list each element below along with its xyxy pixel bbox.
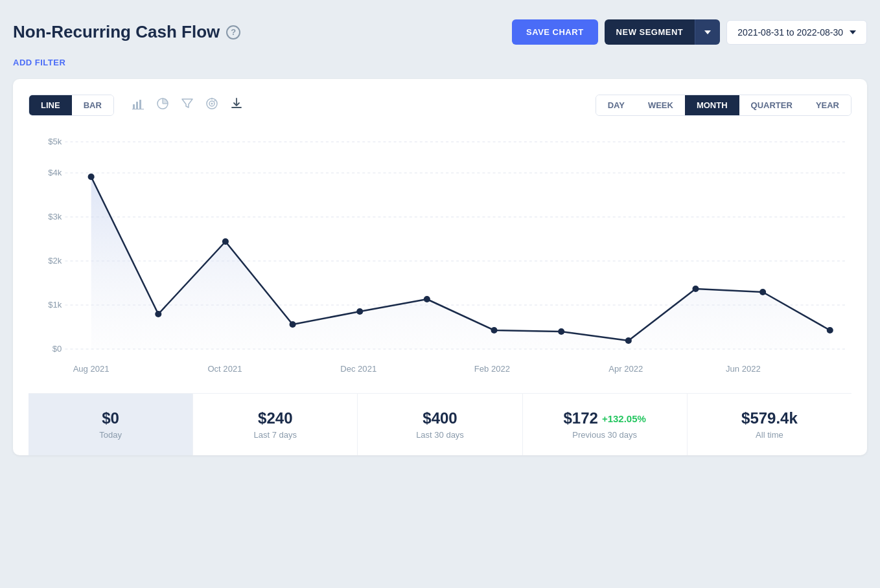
svg-point-9 bbox=[211, 103, 213, 105]
svg-text:$0: $0 bbox=[52, 344, 62, 354]
data-point bbox=[759, 289, 766, 295]
toolbar-left: LINE BAR bbox=[29, 95, 244, 116]
header: Non-Recurring Cash Flow ? SAVE CHART NEW… bbox=[13, 13, 867, 58]
stat-prev-30-change: +132.05% bbox=[602, 413, 646, 424]
funnel-icon[interactable] bbox=[180, 96, 194, 114]
date-range-text: 2021-08-31 to 2022-08-30 bbox=[737, 27, 843, 38]
chart-toolbar: LINE BAR bbox=[29, 95, 851, 116]
data-point bbox=[692, 286, 699, 292]
new-segment-group: NEW SEGMENT bbox=[605, 19, 721, 45]
stat-last-30-label: Last 30 days bbox=[371, 430, 509, 440]
header-right: SAVE CHART NEW SEGMENT 2021-08-31 to 202… bbox=[512, 19, 867, 45]
header-left: Non-Recurring Cash Flow ? bbox=[13, 22, 240, 42]
data-point bbox=[558, 328, 564, 335]
stats-row: $0 Today $240 Last 7 days $400 Last 30 d… bbox=[29, 393, 851, 455]
chart-type-group: LINE BAR bbox=[29, 95, 114, 116]
page-title: Non-Recurring Cash Flow bbox=[13, 22, 220, 42]
period-day-button[interactable]: DAY bbox=[596, 95, 636, 115]
svg-text:Oct 2021: Oct 2021 bbox=[207, 364, 242, 374]
svg-text:Feb 2022: Feb 2022 bbox=[474, 364, 510, 374]
download-icon[interactable] bbox=[229, 96, 244, 114]
period-week-button[interactable]: WEEK bbox=[636, 95, 685, 115]
svg-rect-2 bbox=[139, 100, 141, 109]
svg-text:Jun 2022: Jun 2022 bbox=[726, 364, 761, 374]
data-point bbox=[155, 311, 161, 317]
svg-text:$4k: $4k bbox=[48, 168, 62, 177]
page-container: Non-Recurring Cash Flow ? SAVE CHART NEW… bbox=[13, 13, 867, 455]
data-point bbox=[222, 238, 229, 245]
data-point bbox=[625, 337, 632, 344]
svg-rect-1 bbox=[136, 102, 138, 109]
svg-text:Dec 2021: Dec 2021 bbox=[340, 364, 376, 374]
stat-last-7-days: $240 Last 7 days bbox=[193, 394, 358, 455]
date-range-picker[interactable]: 2021-08-31 to 2022-08-30 bbox=[726, 20, 867, 45]
period-quarter-button[interactable]: QUARTER bbox=[739, 95, 804, 115]
add-filter-button[interactable]: ADD FILTER bbox=[13, 58, 867, 67]
bar-chart-icon[interactable] bbox=[131, 96, 145, 114]
svg-text:$1k: $1k bbox=[48, 300, 62, 310]
chart-type-line-button[interactable]: LINE bbox=[29, 95, 72, 115]
svg-text:$5k: $5k bbox=[48, 137, 62, 146]
data-point bbox=[827, 327, 833, 334]
stat-all-time-label: All time bbox=[701, 430, 839, 440]
period-year-button[interactable]: YEAR bbox=[804, 95, 851, 115]
svg-marker-30 bbox=[91, 177, 830, 349]
chevron-down-icon bbox=[704, 30, 711, 34]
target-icon[interactable] bbox=[205, 96, 219, 114]
date-chevron-icon bbox=[850, 30, 856, 34]
svg-text:Aug 2021: Aug 2021 bbox=[73, 364, 110, 374]
toolbar-icons bbox=[131, 96, 244, 114]
data-point bbox=[424, 296, 430, 302]
stat-today: $0 Today bbox=[29, 394, 193, 455]
new-segment-button[interactable]: NEW SEGMENT bbox=[605, 19, 695, 45]
svg-rect-0 bbox=[133, 104, 135, 109]
data-point bbox=[356, 308, 363, 315]
pie-chart-icon[interactable] bbox=[156, 96, 170, 114]
stat-all-time: $579.4k All time bbox=[688, 394, 851, 455]
stat-prev-30-value: $172 +132.05% bbox=[536, 409, 674, 427]
stat-last-30-value: $400 bbox=[371, 409, 509, 427]
chart-type-bar-button[interactable]: BAR bbox=[72, 95, 113, 115]
chart-svg: $5k $4k $3k $2k $1k $0 Aug 2021 Oct 2021… bbox=[26, 129, 854, 388]
stat-last-7-value: $240 bbox=[206, 409, 344, 427]
data-point bbox=[88, 174, 95, 180]
stat-today-value: $0 bbox=[41, 409, 179, 427]
svg-text:Apr 2022: Apr 2022 bbox=[608, 364, 643, 374]
data-point bbox=[491, 327, 497, 334]
help-icon[interactable]: ? bbox=[226, 25, 240, 40]
period-group: DAY WEEK MONTH QUARTER YEAR bbox=[596, 95, 851, 116]
chart-area: $5k $4k $3k $2k $1k $0 Aug 2021 Oct 2021… bbox=[26, 129, 854, 388]
new-segment-dropdown-button[interactable] bbox=[695, 19, 720, 45]
period-month-button[interactable]: MONTH bbox=[685, 95, 739, 115]
stat-today-label: Today bbox=[41, 430, 179, 440]
chart-card: LINE BAR bbox=[13, 79, 867, 455]
svg-text:$2k: $2k bbox=[48, 256, 62, 266]
stat-prev-30-label: Previous 30 days bbox=[536, 430, 674, 440]
stat-last-7-label: Last 7 days bbox=[206, 430, 344, 440]
stat-prev-30-days: $172 +132.05% Previous 30 days bbox=[523, 394, 688, 455]
stat-all-time-value: $579.4k bbox=[701, 409, 839, 427]
svg-text:$3k: $3k bbox=[48, 212, 62, 221]
save-chart-button[interactable]: SAVE CHART bbox=[512, 19, 598, 45]
data-point bbox=[290, 321, 296, 328]
stat-last-30-days: $400 Last 30 days bbox=[358, 394, 522, 455]
